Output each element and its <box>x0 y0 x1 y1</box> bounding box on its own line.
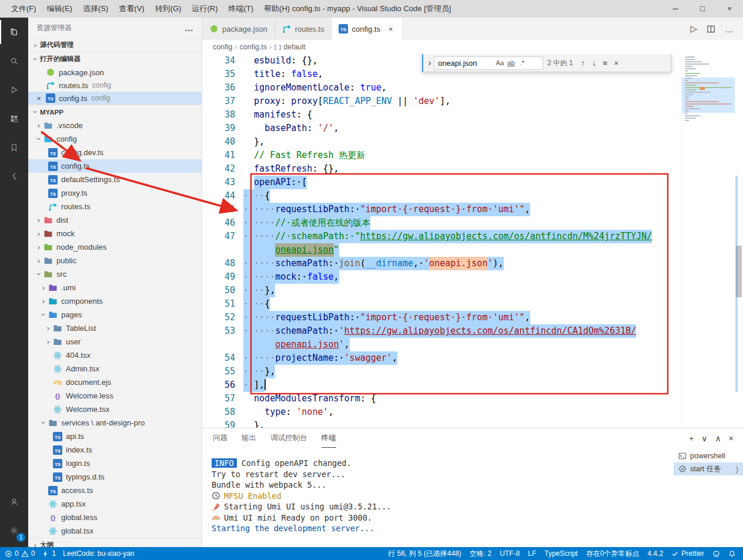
tree-item[interactable]: ›dist <box>28 213 202 227</box>
tree-item[interactable]: routes.ts <box>28 200 202 213</box>
prettier-status[interactable]: Prettier <box>671 549 704 558</box>
punctuation-check[interactable]: 存在0个异常标点 <box>586 549 640 559</box>
activity-item[interactable] <box>0 133 28 162</box>
cursor-position[interactable]: 行 56, 列 5 (已选择448) <box>388 549 461 559</box>
tab-routes.ts[interactable]: routes.ts <box>275 18 332 40</box>
menu-item[interactable]: 文件(F) <box>6 0 42 18</box>
menu-item[interactable]: 转到(G) <box>150 0 187 18</box>
close-panel-button[interactable]: × <box>729 434 734 443</box>
terminal-list-item[interactable]: start 任务) <box>674 462 743 475</box>
activity-item[interactable] <box>0 487 28 516</box>
tasks-status[interactable]: 1 <box>42 549 56 558</box>
tree-item[interactable]: ›.umi <box>28 281 202 294</box>
panel-tab-输出[interactable]: 输出 <box>242 428 256 448</box>
breadcrumb-item[interactable]: config.ts <box>240 43 267 51</box>
tree-item[interactable]: ›pages <box>28 308 202 321</box>
whole-word-icon[interactable]: ab <box>506 59 517 66</box>
tree-item[interactable]: TStypings.d.ts <box>28 470 202 484</box>
tree-item[interactable]: global.tsx <box>28 524 202 538</box>
find-in-selection-icon[interactable]: ≡ <box>600 59 611 68</box>
split-editor-button[interactable] <box>707 25 715 33</box>
section-source-control[interactable]: › 源代码管理 <box>28 38 202 52</box>
terminal-list-item[interactable]: powershell <box>674 450 743 462</box>
menu-item[interactable]: 运行(R) <box>186 0 223 18</box>
tree-item[interactable]: {}Welcome.less <box>28 389 202 403</box>
terminal-output[interactable]: INFO Config openAPI changed.Try to resta… <box>202 452 674 547</box>
activity-item[interactable] <box>0 104 28 133</box>
match-case-icon[interactable]: Aa <box>494 59 506 66</box>
menu-item[interactable]: 编辑(E) <box>42 0 78 18</box>
tree-item[interactable]: TSlogin.ts <box>28 457 202 470</box>
tab-config.ts[interactable]: TSconfig.ts× <box>332 18 403 40</box>
activity-item[interactable] <box>0 162 28 190</box>
breadcrumb-item[interactable]: config <box>213 43 232 51</box>
feedback[interactable] <box>712 550 720 558</box>
tree-item[interactable]: ›node_modules <box>28 240 202 254</box>
close-editor-icon[interactable]: × <box>34 94 43 103</box>
minimap[interactable] <box>681 54 735 428</box>
tree-item[interactable]: {}global.less <box>28 511 202 524</box>
tab-package.json[interactable]: package.json <box>202 18 275 40</box>
section-open-editors[interactable]: › 打开的编辑器 <box>28 52 202 66</box>
activity-item[interactable] <box>0 18 28 46</box>
close-find-icon[interactable]: × <box>611 59 622 68</box>
leetcode-status[interactable]: LeetCode: bu-xiao-yan <box>63 549 134 558</box>
previous-match-icon[interactable]: ↑ <box>577 59 588 68</box>
tree-item[interactable]: Admin.tsx <box>28 362 202 375</box>
tree-item[interactable]: ›public <box>28 254 202 267</box>
tree-item[interactable]: TSaccess.ts <box>28 484 202 497</box>
tree-item[interactable]: TSconfig.ts <box>28 159 202 173</box>
menu-item[interactable]: 帮助(H) <box>259 0 295 18</box>
tree-item[interactable]: ›config <box>28 132 202 146</box>
extension-version[interactable]: 4.4.2 <box>648 549 664 558</box>
tree-item[interactable]: ›mock <box>28 227 202 240</box>
close-tab-icon[interactable]: × <box>386 25 396 33</box>
notifications[interactable] <box>728 550 736 558</box>
menu-item[interactable]: 查看(V) <box>113 0 149 18</box>
maximize-panel-button[interactable]: ∧ <box>715 434 721 443</box>
find-input[interactable] <box>438 59 494 68</box>
section-outline[interactable]: › 大纲 <box>28 538 202 547</box>
terminal-dropdown-button[interactable]: ∨ <box>701 434 707 443</box>
tree-item[interactable]: <%document.ejs <box>28 375 202 389</box>
tree-item[interactable]: TSdefaultSettings.ts <box>28 173 202 186</box>
eol[interactable]: LF <box>528 549 536 558</box>
regex-icon[interactable]: .* <box>517 59 528 66</box>
new-terminal-button[interactable]: + <box>689 434 694 443</box>
problems-status[interactable]: 00 <box>5 549 35 558</box>
tree-item[interactable]: TSconfig.dev.ts <box>28 146 202 159</box>
tree-item[interactable]: 404.tsx <box>28 348 202 362</box>
panel-tab-终端[interactable]: 终端 <box>322 428 336 448</box>
close-button[interactable]: × <box>716 0 743 18</box>
activity-item[interactable] <box>0 75 28 104</box>
open-editor-item[interactable]: ×TSconfig.tsconfig <box>28 92 202 105</box>
open-editor-item[interactable]: package.json <box>28 66 202 79</box>
breadcrumb-item[interactable]: default <box>283 43 306 51</box>
encoding[interactable]: UTF-8 <box>500 549 520 558</box>
maximize-button[interactable]: □ <box>689 0 716 18</box>
tree-item[interactable]: ›services \ ant-design-pro <box>28 416 202 430</box>
scrollbar-thumb[interactable] <box>736 246 742 297</box>
tree-item[interactable]: app.tsx <box>28 497 202 511</box>
tree-item[interactable]: ›TableList <box>28 321 202 335</box>
toggle-replace-icon[interactable]: › <box>426 58 434 68</box>
minimize-button[interactable]: ─ <box>662 0 689 18</box>
editor[interactable]: 34 esbuild: {},35 title: false,36 ignore… <box>202 54 743 428</box>
tree-item[interactable]: ›src <box>28 267 202 281</box>
run-button[interactable]: ▷ <box>690 24 697 34</box>
menu-item[interactable]: 终端(T) <box>223 0 259 18</box>
activity-item[interactable] <box>0 46 28 75</box>
editor-scrollbar[interactable] <box>735 54 743 428</box>
tree-item[interactable]: TSapi.ts <box>28 430 202 443</box>
panel-tab-问题[interactable]: 问题 <box>213 428 227 448</box>
tree-item[interactable]: Welcome.tsx <box>28 403 202 416</box>
tree-item[interactable]: ›user <box>28 335 202 348</box>
open-editor-item[interactable]: routes.tsconfig <box>28 79 202 92</box>
more-actions-icon[interactable]: … <box>185 23 193 33</box>
tree-item[interactable]: ›components <box>28 294 202 308</box>
more-actions-button[interactable]: … <box>725 24 734 34</box>
language-mode[interactable]: TypeScript <box>544 549 578 558</box>
menu-item[interactable]: 选择(S) <box>78 0 113 18</box>
section-project[interactable]: › MYAPP <box>28 105 202 119</box>
panel-tab-调试控制台[interactable]: 调试控制台 <box>270 428 307 448</box>
